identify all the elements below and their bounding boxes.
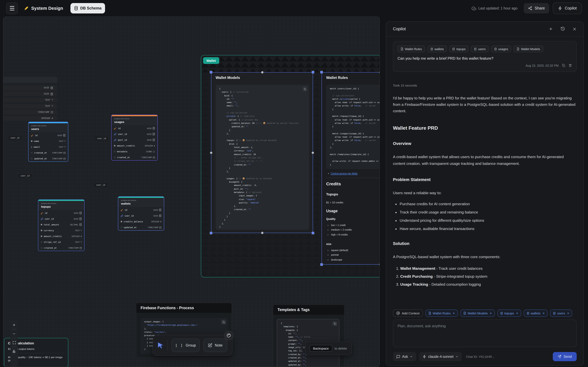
- selection-handle[interactable]: [210, 151, 213, 154]
- copy-code-button[interactable]: [221, 320, 226, 325]
- solution-paragraph: A PostgreSQL-based wallet system with th…: [393, 254, 577, 260]
- backspace-key: Backspace: [310, 345, 332, 352]
- table-row[interactable]: amount_creditsINTEGER #: [112, 143, 157, 149]
- prompt-input[interactable]: [393, 320, 577, 347]
- table-row[interactable]: idUUID: [28, 133, 68, 138]
- table-row[interactable]: currencyTEXT T: [38, 228, 84, 233]
- table-row[interactable]: updated_atTIMESTAMP: [118, 225, 164, 230]
- frame-label-wallet[interactable]: Wallet: [203, 57, 219, 64]
- table-row: INTEGER #: [3, 116, 57, 121]
- table-row[interactable]: stripe_ref_idTEXT T: [38, 239, 84, 245]
- share-button[interactable]: Share: [524, 3, 549, 13]
- selection-handle[interactable]: [312, 71, 314, 73]
- context-chip-wallet-rules[interactable]: Wallet Rules: [398, 46, 425, 52]
- context-chip-wallets[interactable]: wallets: [428, 46, 447, 52]
- remove-chip-icon[interactable]: ×: [516, 311, 518, 315]
- templates-tags-card[interactable]: Templates & Tags { templates: { $tempId:…: [273, 305, 345, 367]
- mode-select[interactable]: Ask: [393, 352, 416, 361]
- cursor-tool-icon[interactable]: [157, 342, 164, 349]
- zoom-out-button[interactable]: −: [10, 329, 18, 338]
- selection-handle[interactable]: [311, 151, 314, 154]
- context-chip-usages[interactable]: usages: [491, 46, 511, 52]
- document-icon: [401, 47, 403, 50]
- table-wallets[interactable]: postgres.db.schemawalletsidUUID user_idU…: [118, 196, 164, 230]
- table-row[interactable]: nameTEXT T: [28, 138, 68, 144]
- table-row[interactable]: user_idUUID: [118, 213, 164, 218]
- table-row[interactable]: created_atTIMESTAMP: [38, 245, 84, 251]
- context-chip-wallet-models[interactable]: Wallet Models: [514, 46, 543, 52]
- table-row[interactable]: metadataJSONB {}: [112, 149, 157, 154]
- add-context-button[interactable]: Add Context: [393, 309, 423, 317]
- remove-chip-icon[interactable]: ×: [453, 311, 455, 315]
- table-row[interactable]: updated_atTIMESTAMP: [28, 156, 68, 161]
- table-row[interactable]: idUUID: [118, 207, 164, 213]
- table-row[interactable]: created_atTIMESTAMP: [28, 150, 68, 156]
- table-row: TEXT T: [3, 104, 57, 108]
- zoom-in-button[interactable]: +: [10, 320, 18, 329]
- context-chip-topups[interactable]: topups×: [497, 309, 521, 317]
- wallet-models-card[interactable]: Wallet Models { users: { // collection $…: [211, 72, 313, 233]
- fit-view-button[interactable]: [10, 338, 18, 347]
- table-topups[interactable]: postgres.db.schematopupsidUUID user_idUU…: [38, 200, 85, 251]
- selection-handle[interactable]: [210, 71, 212, 73]
- user-question: Can you help me write a brief PRD for th…: [398, 56, 572, 60]
- copy-code-button[interactable]: [302, 87, 307, 92]
- new-chat-icon[interactable]: [548, 27, 553, 31]
- lock-button[interactable]: [10, 347, 18, 356]
- menu-button[interactable]: [6, 2, 18, 14]
- context-chip-topups[interactable]: topups: [450, 46, 469, 52]
- selection-handle[interactable]: [261, 71, 264, 74]
- card-title: Firebase Functions - Process: [136, 303, 232, 313]
- context-chip-users[interactable]: users×: [550, 309, 572, 317]
- history-icon[interactable]: [561, 27, 565, 31]
- database-icon: [474, 48, 477, 50]
- control-access-link[interactable]: Control access per fields: [331, 172, 358, 175]
- remove-chip-icon[interactable]: ×: [490, 311, 492, 315]
- top-bar: System Design DB Schema Last updated: 1 …: [0, 0, 588, 17]
- context-chip-wallet-rules[interactable]: Wallet Rules×: [425, 309, 458, 317]
- card-title: Wallet Rules: [322, 73, 380, 80]
- table-row[interactable]: amount_creditsINTEGER #: [38, 234, 84, 239]
- chat-scroll-area[interactable]: Wallet RuleswalletstopupsusersusagesWall…: [386, 37, 583, 307]
- table-users[interactable]: postgres.db.schemausersidUUID nameTEXT T…: [28, 122, 68, 162]
- diagram-canvas[interactable]: user_id user_id user_id user_id UUID UUI…: [3, 17, 380, 367]
- wallet-rules-card[interactable]: Wallet Rules match /users/{user_id} { //…: [321, 72, 380, 265]
- partial-table[interactable]: UUID UUID TEXT TTEXT TTIMESTAMP INTEGER …: [3, 77, 57, 122]
- trash-icon[interactable]: [568, 64, 572, 67]
- table-row[interactable]: idUUID: [112, 125, 157, 131]
- context-chip-wallets[interactable]: wallets×: [524, 309, 548, 317]
- remove-chip-icon[interactable]: ×: [543, 311, 545, 315]
- table-usages[interactable]: postgres.db.schemausagesidUUID user_idUU…: [111, 115, 158, 160]
- context-chip-wallet-models[interactable]: Wallet Models×: [460, 309, 495, 317]
- note-icon: [208, 343, 212, 347]
- response-intro: I'd be happy to help you write a PRD for…: [393, 95, 577, 115]
- selection-handle[interactable]: [261, 232, 264, 234]
- selection-handle[interactable]: [320, 71, 323, 73]
- context-chip-users[interactable]: users: [471, 46, 489, 52]
- selection-handle[interactable]: [210, 232, 212, 234]
- table-row[interactable]: user_idUUID: [112, 131, 157, 137]
- table-row[interactable]: @emailTEXT T: [28, 144, 68, 150]
- palette-icon[interactable]: [224, 331, 233, 340]
- table-row[interactable]: idUUID: [38, 210, 84, 216]
- table-row[interactable]: user_idUUID: [38, 216, 84, 222]
- selection-handle[interactable]: [320, 263, 323, 266]
- wallet-rules-code: match /users/{user_id} { // sub-collecti…: [326, 85, 380, 169]
- wallet-frame[interactable]: Wallet Wallet Models { users: { // colle…: [201, 55, 380, 277]
- table-row[interactable]: post_idUUID: [112, 137, 157, 143]
- copy-icon[interactable]: [562, 64, 565, 67]
- remove-chip-icon[interactable]: ×: [567, 311, 569, 315]
- model-select[interactable]: claude-4-sonnet: [419, 352, 462, 361]
- copy-code-button[interactable]: [332, 321, 337, 326]
- close-icon[interactable]: [572, 27, 577, 31]
- copilot-button[interactable]: Copilot: [553, 2, 582, 14]
- table-row[interactable]: total_amountDECIMAL: [38, 222, 84, 227]
- group-button[interactable]: [ ] Group: [172, 339, 200, 352]
- selection-handle[interactable]: [312, 232, 314, 234]
- note-button[interactable]: Note: [203, 339, 227, 352]
- tab-db-schema[interactable]: DB Schema: [70, 3, 105, 13]
- table-row[interactable]: credits_balanceINTEGER #: [118, 219, 164, 224]
- solution-list: Wallet Management - Track user credit ba…: [393, 266, 577, 287]
- table-row[interactable]: created_atTIMESTAMP: [112, 155, 157, 160]
- send-button[interactable]: Send: [553, 352, 577, 361]
